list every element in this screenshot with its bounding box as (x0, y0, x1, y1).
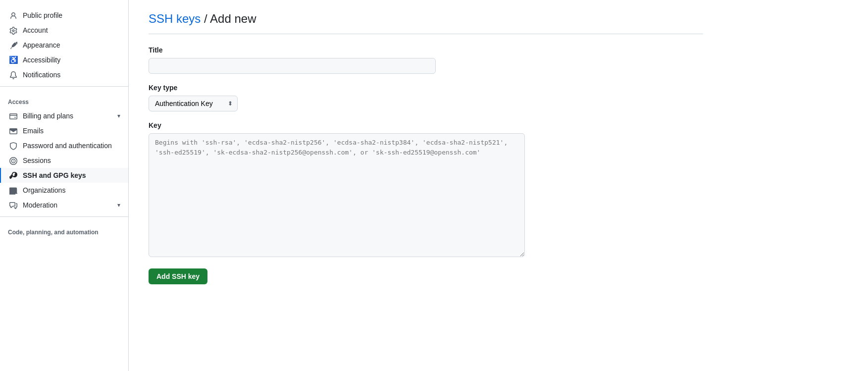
sidebar-item-label: Emails (23, 127, 44, 135)
sidebar-section-access: Access (0, 91, 128, 108)
key-icon (9, 171, 18, 180)
sidebar-item-label: Public profile (23, 11, 62, 19)
sidebar-item-notifications[interactable]: Notifications (0, 67, 128, 82)
sidebar-item-label: Moderation (23, 201, 57, 209)
sidebar-item-billing[interactable]: Billing and plans ▾ (0, 108, 128, 123)
header-separator: / (201, 12, 210, 25)
person-icon (9, 11, 18, 20)
chevron-down-icon-moderation: ▾ (117, 202, 120, 209)
ssh-keys-link[interactable]: SSH keys (149, 12, 201, 25)
sidebar-item-label: Password and authentication (23, 142, 112, 150)
sidebar-item-password[interactable]: Password and authentication (0, 138, 128, 153)
org-icon (9, 186, 18, 195)
sidebar-item-public-profile[interactable]: Public profile (0, 8, 128, 23)
sidebar: Public profile Account Appearance ♿ Acce… (0, 0, 129, 371)
key-group: Key (149, 121, 525, 259)
submit-group: Add SSH key (149, 268, 703, 284)
sidebar-item-moderation[interactable]: Moderation ▾ (0, 198, 128, 212)
sidebar-item-sessions[interactable]: Sessions (0, 153, 128, 168)
title-group: Title (149, 46, 525, 74)
sidebar-section-code: Code, planning, and automation (0, 221, 128, 239)
chevron-down-icon: ▾ (117, 112, 120, 119)
mail-icon (9, 126, 18, 135)
creditcard-icon (9, 111, 18, 120)
gear-icon (9, 26, 18, 35)
add-ssh-key-button[interactable]: Add SSH key (149, 268, 207, 284)
sidebar-item-label: Accessibility (23, 56, 60, 64)
page-subtitle: Add new (210, 12, 256, 25)
sidebar-item-label: SSH and GPG keys (23, 171, 86, 179)
key-type-select-wrapper: Authentication Key Signing Key ⬍ (149, 96, 238, 111)
sidebar-item-label: Account (23, 26, 48, 34)
accessibility-icon: ♿ (9, 55, 18, 64)
sidebar-item-label: Notifications (23, 71, 60, 79)
key-textarea[interactable] (149, 133, 525, 257)
main-content: SSH keys / Add new Title Key type Authen… (129, 0, 723, 371)
key-type-label: Key type (149, 84, 525, 92)
paintbrush-icon (9, 41, 18, 50)
sidebar-divider-code (0, 216, 128, 217)
page-title: SSH keys / Add new (149, 12, 256, 26)
sidebar-item-account[interactable]: Account (0, 23, 128, 38)
title-label: Title (149, 46, 525, 54)
bell-icon (9, 70, 18, 79)
sidebar-item-appearance[interactable]: Appearance (0, 38, 128, 53)
sidebar-item-accessibility[interactable]: ♿ Accessibility (0, 53, 128, 67)
key-label: Key (149, 121, 525, 129)
page-header: SSH keys / Add new (149, 12, 703, 34)
sidebar-item-label: Appearance (23, 41, 60, 49)
radio-icon (9, 156, 18, 165)
sidebar-item-label: Sessions (23, 157, 51, 164)
sidebar-item-label: Organizations (23, 186, 65, 194)
shield-icon (9, 141, 18, 150)
sidebar-item-ssh-gpg[interactable]: SSH and GPG keys (0, 168, 128, 183)
comment-icon (9, 201, 18, 210)
key-type-group: Key type Authentication Key Signing Key … (149, 84, 525, 111)
sidebar-item-emails[interactable]: Emails (0, 123, 128, 138)
sidebar-divider-access (0, 86, 128, 87)
sidebar-item-organizations[interactable]: Organizations (0, 183, 128, 198)
key-type-select[interactable]: Authentication Key Signing Key (149, 96, 238, 111)
sidebar-item-label: Billing and plans (23, 112, 73, 120)
title-input[interactable] (149, 58, 436, 74)
